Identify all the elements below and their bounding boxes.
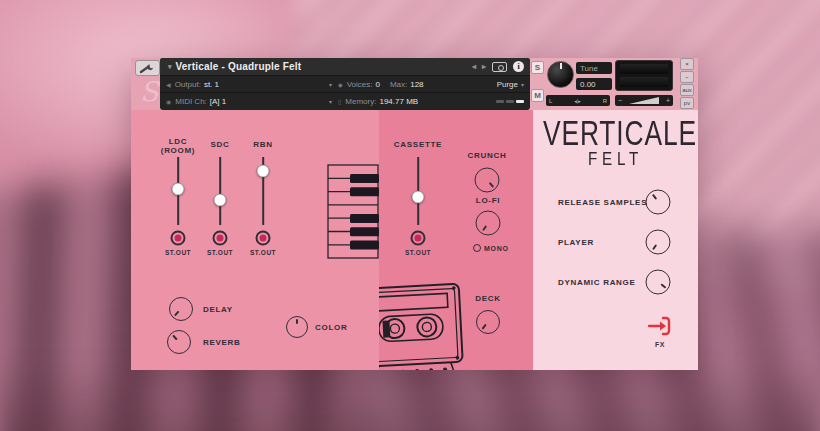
instrument-title: Verticale - Quadruple Felt (176, 61, 302, 72)
ldc-room-slider[interactable] (170, 157, 186, 225)
instrument-body: LDC (ROOM) SDC RBN ST.OUT (131, 110, 698, 370)
rbn-st-out-label: ST.OUT (250, 249, 276, 256)
output-voices-row: ◀ Output: st. 1 ▾ ◆ Voices: 0 Max: 128 P… (160, 76, 530, 93)
rbn-slider[interactable] (255, 157, 271, 225)
deck-knob[interactable] (476, 310, 500, 334)
edit-wrench-button[interactable] (135, 60, 160, 76)
prev-instrument-icon[interactable]: ◂ (472, 62, 476, 71)
next-instrument-icon[interactable]: ▸ (482, 62, 486, 71)
slider-handle[interactable] (214, 193, 227, 206)
output-dropdown-icon[interactable]: ▾ (329, 81, 332, 88)
midi-icon: ◉ (166, 98, 171, 105)
background-dark-band (0, 361, 820, 431)
knob-pointer (482, 324, 487, 330)
tune-knob[interactable] (547, 61, 574, 88)
knob-pointer (660, 283, 666, 288)
header-side-buttons: × − aux pv (680, 58, 694, 109)
knob-pointer (174, 311, 179, 317)
solo-button[interactable]: S (531, 61, 544, 74)
midi-value[interactable]: [A] 1 (210, 97, 226, 106)
output-value[interactable]: st. 1 (204, 80, 219, 89)
ldc-st-out-label: ST.OUT (165, 249, 191, 256)
fx-arrow-icon (648, 316, 672, 336)
voices-icon: ◆ (338, 81, 343, 88)
wrench-icon (139, 63, 156, 74)
midi-memory-row: ◉ MIDI Ch: [A] 1 ▾ ▯ Memory: 194.77 MB (160, 93, 530, 110)
max-label: Max: (390, 80, 407, 89)
instrument-logo-title: VERTICALE (543, 113, 688, 153)
info-icon[interactable]: i (513, 61, 524, 72)
pv-button[interactable]: pv (680, 97, 694, 109)
player-knob[interactable] (646, 230, 671, 255)
slider-handle[interactable] (257, 164, 270, 177)
delay-label: DELAY (203, 305, 233, 314)
sdc-label: SDC (211, 140, 230, 149)
header-strip: S ▾ Verticale - Quadruple Felt ◂ ▸ i (131, 58, 698, 110)
mute-button[interactable]: M (531, 89, 544, 102)
volume-minus[interactable]: − (618, 97, 622, 104)
cassette-slider[interactable] (410, 157, 426, 225)
voices-label: Voices: (347, 80, 373, 89)
crunch-knob[interactable] (475, 168, 500, 193)
release-samples-knob[interactable] (646, 190, 671, 215)
knob-pointer (296, 319, 298, 324)
instrument-dropdown-icon[interactable]: ▾ (168, 63, 172, 71)
reverb-knob[interactable] (167, 330, 191, 354)
pan-center-icon: ◂|▸ (574, 98, 580, 104)
fx-label: FX (645, 341, 675, 348)
cassette-tape-graphic (379, 277, 472, 370)
knob-pointer (488, 182, 493, 188)
voices-value: 0 (375, 80, 379, 89)
purge-dropdown-icon: ▾ (521, 81, 524, 88)
ldc-output-led[interactable] (171, 231, 186, 246)
color-knob[interactable] (286, 316, 308, 338)
dynamic-range-label: DYNAMIC RANGE (558, 278, 636, 287)
sdc-output-led[interactable] (213, 231, 228, 246)
delay-knob[interactable] (169, 297, 193, 321)
kontakt-header-right: S M Tune 0.00 L ◂|▸ R − + (530, 58, 698, 110)
tune-label: Tune (580, 64, 598, 73)
fx-page-button[interactable]: FX (645, 316, 675, 348)
midi-dropdown-icon[interactable]: ▾ (329, 98, 332, 105)
mic-mix-panel: LDC (ROOM) SDC RBN ST.OUT (131, 110, 379, 370)
slider-handle[interactable] (172, 182, 185, 195)
output-label: Output: (175, 80, 201, 89)
instrument-logo-subtitle: FELT (537, 148, 694, 170)
knob-pointer (482, 225, 487, 231)
snapshot-camera-icon[interactable] (492, 62, 507, 72)
pan-left-label: L (549, 98, 552, 104)
cassette-label: CASSETTE (394, 140, 442, 149)
dynamic-range-knob[interactable] (646, 270, 671, 295)
slider-handle[interactable] (412, 191, 425, 204)
tune-value: 0.00 (580, 80, 596, 89)
cassette-panel: CASSETTE ST.OUT CRUNCH LO-FI MONO DECK (379, 110, 533, 370)
knob-pointer (651, 194, 656, 200)
memory-icon: ▯ (338, 98, 341, 105)
rbn-output-led[interactable] (256, 231, 271, 246)
pan-right-label: R (603, 98, 607, 104)
main-panel: VERTICALE FELT RELEASE SAMPLES PLAYER DY… (533, 110, 698, 370)
minimize-button[interactable]: − (680, 71, 694, 83)
ldc-room-label: LDC (ROOM) (152, 137, 204, 155)
volume-wedge (629, 97, 659, 104)
release-samples-label: RELEASE SAMPLES (558, 198, 647, 207)
lo-fi-knob[interactable] (476, 211, 501, 236)
tune-value-chip[interactable]: 0.00 (576, 78, 612, 90)
mono-radio[interactable] (473, 244, 481, 252)
cpu-meter-dashes (496, 100, 524, 103)
level-meter (615, 60, 673, 91)
cassette-st-out-label: ST.OUT (405, 249, 431, 256)
volume-slider[interactable]: − + (615, 95, 673, 106)
purge-button[interactable]: Purge ▾ (497, 80, 524, 89)
max-value[interactable]: 128 (410, 80, 423, 89)
close-button[interactable]: × (680, 58, 694, 70)
pan-slider[interactable]: L ◂|▸ R (546, 95, 610, 106)
slider-track (219, 157, 221, 225)
sdc-slider[interactable] (212, 157, 228, 225)
volume-plus[interactable]: + (666, 97, 670, 104)
cassette-output-led[interactable] (411, 231, 426, 246)
deck-label: DECK (475, 294, 500, 303)
background-logo-s: S (140, 76, 159, 107)
aux-button[interactable]: aux (680, 84, 694, 96)
output-icon: ◀ (166, 81, 171, 88)
